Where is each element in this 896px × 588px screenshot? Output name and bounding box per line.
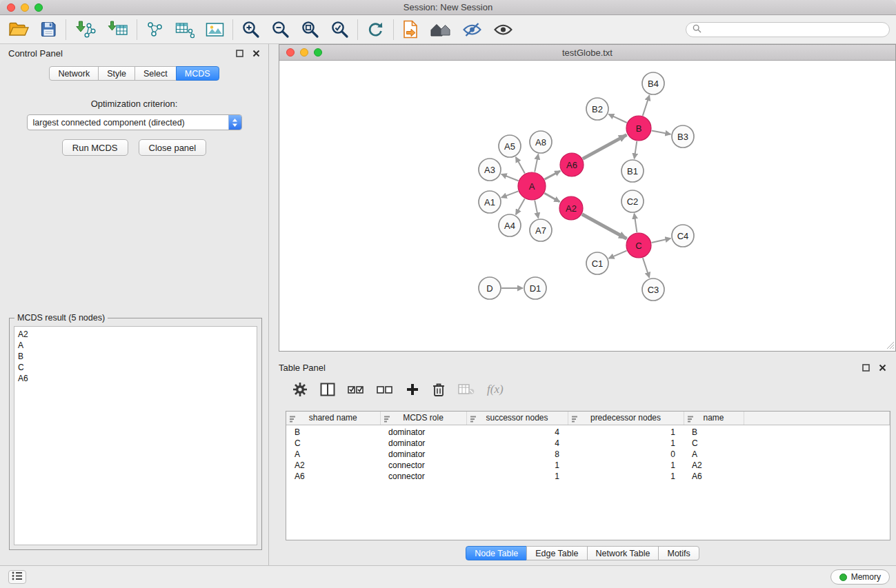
table-cell[interactable]: B <box>684 425 744 438</box>
graph-edge-A-A2[interactable] <box>544 193 559 201</box>
tab-network-table[interactable]: Network Table <box>587 546 659 560</box>
tab-edge-table[interactable]: Edge Table <box>526 546 587 560</box>
app-titlebar[interactable]: Session: New Session <box>0 0 896 15</box>
graph-edge-A-A7[interactable] <box>535 201 538 219</box>
table-cell[interactable]: A <box>684 449 744 460</box>
table-row[interactable]: Bdominator41B <box>286 425 890 438</box>
mcds-result-item[interactable]: C <box>18 362 253 373</box>
graph-edge-A-A8[interactable] <box>535 154 538 172</box>
table-cell[interactable]: connector <box>380 471 466 482</box>
table-cell[interactable]: C <box>286 438 380 449</box>
graph-node-A[interactable]: A <box>518 172 546 200</box>
function-builder-button[interactable]: f(x) <box>487 383 504 396</box>
graph-edge-B-B2[interactable] <box>608 114 627 123</box>
table-row[interactable]: A6connector11A6 <box>286 471 890 482</box>
graph-edge-A-A6[interactable] <box>545 171 561 179</box>
mcds-result-item[interactable]: B <box>18 351 253 362</box>
select-all-icon[interactable] <box>348 383 364 396</box>
column-header-successor-nodes[interactable]: successor nodes <box>466 412 568 425</box>
network-canvas[interactable]: B4B2BB3A5A8A6A3B1AC2A1A2A4A7C4CC1C3DD1 <box>279 61 895 350</box>
deselect-all-icon[interactable] <box>377 383 393 396</box>
run-mcds-button[interactable]: Run MCDS <box>62 139 128 156</box>
mcds-result-item[interactable]: A6 <box>18 373 253 384</box>
minimize-window-button[interactable] <box>21 3 29 12</box>
tab-node-table[interactable]: Node Table <box>466 546 527 560</box>
close-panel-icon[interactable] <box>252 50 260 57</box>
new-network-icon[interactable] <box>146 21 164 39</box>
open-file-icon[interactable] <box>8 21 29 38</box>
table-cell[interactable]: C <box>684 438 744 449</box>
minimize-network-window-button[interactable] <box>300 48 308 57</box>
mcds-result-list[interactable]: A2ABCA6 <box>14 326 257 545</box>
new-column-icon[interactable] <box>406 383 419 396</box>
float-panel-icon[interactable] <box>236 50 243 57</box>
show-graphics-details-icon[interactable] <box>493 22 513 37</box>
graph-node-A7[interactable]: A7 <box>530 219 552 241</box>
show-panels-button[interactable] <box>8 570 26 584</box>
tab-select[interactable]: Select <box>135 66 177 81</box>
table-cell[interactable]: dominator <box>380 449 466 460</box>
graph-edge-A6-B[interactable] <box>583 135 627 159</box>
save-icon[interactable] <box>40 21 57 38</box>
table-cell[interactable]: B <box>286 425 380 438</box>
refresh-layout-icon[interactable] <box>366 21 385 39</box>
close-network-window-button[interactable] <box>286 48 295 57</box>
close-table-panel-icon[interactable] <box>879 364 886 372</box>
search-input[interactable] <box>705 25 883 34</box>
graph-node-B2[interactable]: B2 <box>586 98 608 120</box>
resize-handle[interactable] <box>886 341 895 349</box>
mcds-result-item[interactable]: A2 <box>18 329 253 340</box>
graph-node-B1[interactable]: B1 <box>621 160 644 182</box>
column-header-predecessor-nodes[interactable]: predecessor nodes <box>568 412 684 425</box>
close-window-button[interactable] <box>7 3 15 12</box>
graph-node-D[interactable]: D <box>479 277 501 299</box>
table-cell[interactable]: connector <box>380 460 466 471</box>
memory-button[interactable]: Memory <box>830 569 890 585</box>
graph-node-B4[interactable]: B4 <box>642 72 664 94</box>
table-cell[interactable]: 1 <box>568 460 684 471</box>
table-cell[interactable]: A6 <box>286 471 380 482</box>
graph-node-B[interactable]: B <box>626 116 651 141</box>
graph-node-A4[interactable]: A4 <box>499 214 521 236</box>
home-icon[interactable] <box>430 21 451 38</box>
graph-node-C4[interactable]: C4 <box>672 225 694 247</box>
tab-motifs[interactable]: Motifs <box>658 546 699 560</box>
import-document-icon[interactable] <box>402 20 419 39</box>
graph-edge-A-A1[interactable] <box>501 191 519 197</box>
column-header-shared-name[interactable]: shared name <box>286 412 380 425</box>
network-table-icon[interactable] <box>175 21 195 39</box>
zoom-in-icon[interactable] <box>241 20 260 39</box>
graph-edge-B-B3[interactable] <box>652 131 671 134</box>
table-row[interactable]: A2connector11A2 <box>286 460 890 471</box>
graph-edge-A-A5[interactable] <box>516 157 525 174</box>
graph-edge-B-B4[interactable] <box>643 95 650 116</box>
delete-table-icon[interactable] <box>458 383 475 396</box>
toggle-columns-icon[interactable] <box>320 383 335 396</box>
tab-network[interactable]: Network <box>49 66 99 81</box>
table-options-icon[interactable] <box>292 382 308 397</box>
graph-edge-C-C1[interactable] <box>609 251 627 258</box>
graph-edge-A-A3[interactable] <box>501 174 519 181</box>
table-cell[interactable]: dominator <box>380 425 466 438</box>
column-header-MCDS-role[interactable]: MCDS role <box>380 412 466 425</box>
graph-edge-A2-C[interactable] <box>582 214 627 239</box>
graph-edge-A-A4[interactable] <box>516 199 525 214</box>
zoom-window-button[interactable] <box>34 3 43 12</box>
graph-edge-C-C2[interactable] <box>635 214 637 232</box>
table-cell[interactable]: 4 <box>466 425 568 438</box>
graph-node-A2[interactable]: A2 <box>559 196 583 220</box>
graph-node-C[interactable]: C <box>626 233 651 258</box>
graph-node-C2[interactable]: C2 <box>621 190 644 212</box>
graph-node-C1[interactable]: C1 <box>586 252 608 274</box>
graph-node-C3[interactable]: C3 <box>642 278 664 301</box>
hide-graphics-details-icon[interactable] <box>462 21 482 38</box>
network-graph[interactable]: B4B2BB3A5A8A6A3B1AC2A1A2A4A7C4CC1C3DD1 <box>279 61 895 350</box>
tab-style[interactable]: Style <box>98 66 135 81</box>
table-cell[interactable]: 4 <box>466 438 568 449</box>
delete-columns-icon[interactable] <box>432 382 446 397</box>
mcds-result-item[interactable]: A <box>18 340 253 351</box>
tab-mcds[interactable]: MCDS <box>176 66 219 81</box>
graph-node-A8[interactable]: A8 <box>530 131 552 153</box>
table-cell[interactable]: 0 <box>568 449 684 460</box>
graph-node-A1[interactable]: A1 <box>479 191 501 213</box>
